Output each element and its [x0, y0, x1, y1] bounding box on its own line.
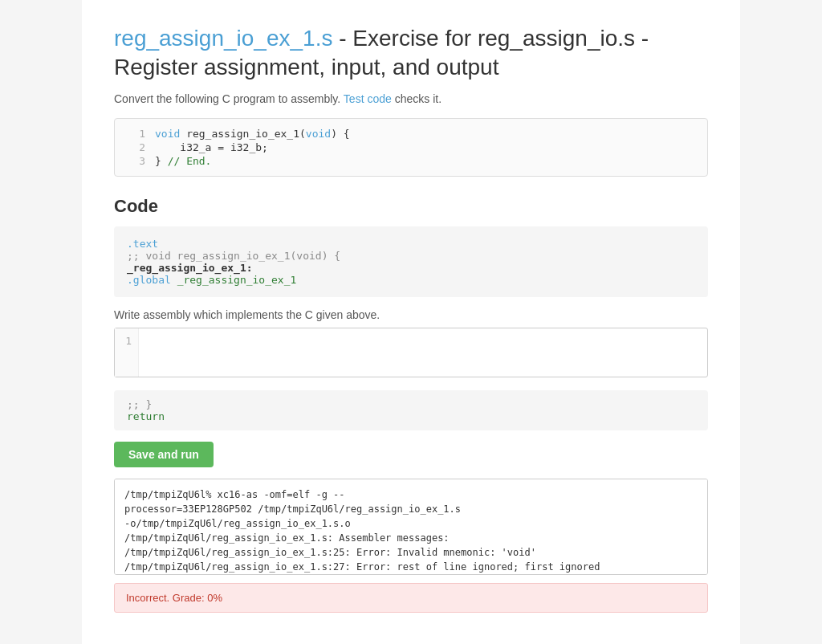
test-code-link[interactable]: Test code — [344, 92, 392, 105]
page-wrapper: reg_assign_io_ex_1.s - Exercise for reg_… — [82, 0, 740, 644]
code-editor-container: 1 — [114, 328, 708, 377]
save-and-run-button[interactable]: Save and run — [114, 442, 214, 467]
c-code-line-3: 3 } // End. — [115, 154, 707, 168]
suffix-line-2: return — [127, 410, 695, 422]
asm-line-4: .global _reg_assign_io_ex_1 — [127, 274, 695, 286]
assembly-input[interactable] — [139, 328, 707, 377]
assembly-preview: .text ;; void reg_assign_io_ex_1(void) {… — [114, 226, 708, 297]
page-title: reg_assign_io_ex_1.s - Exercise for reg_… — [114, 24, 708, 83]
save-run-container: Save and run — [114, 442, 708, 479]
c-code-line-2: 2 i32_a = i32_b; — [115, 141, 707, 154]
title-blue: reg_assign_io_ex_1.s — [114, 26, 332, 51]
output-box[interactable]: /tmp/tmpiZqU6l% xc16-as -omf=elf -g -- p… — [114, 479, 708, 575]
c-code-line-1: 1 void reg_assign_io_ex_1(void) { — [115, 127, 707, 141]
asm-line-3: _reg_assign_io_ex_1: — [127, 262, 695, 274]
grade-box: Incorrect. Grade: 0% — [114, 583, 708, 613]
subtitle: Convert the following C program to assem… — [114, 92, 708, 105]
mark-completed-container: Mark as completed — [114, 637, 708, 644]
write-label: Write assembly which implements the C gi… — [114, 308, 708, 321]
suffix-line-1: ;; } — [127, 398, 695, 410]
asm-line-2: ;; void reg_assign_io_ex_1(void) { — [127, 250, 695, 262]
asm-line-1: .text — [127, 238, 695, 250]
grade-text: Incorrect. Grade: 0% — [126, 592, 222, 604]
code-heading: Code — [114, 196, 708, 217]
output-text: /tmp/tmpiZqU6l% xc16-as -omf=elf -g -- p… — [124, 487, 698, 575]
suffix-block: ;; } return — [114, 390, 708, 430]
editor-line-nums: 1 — [115, 328, 139, 377]
c-code-box: 1 void reg_assign_io_ex_1(void) { 2 i32_… — [114, 118, 708, 177]
